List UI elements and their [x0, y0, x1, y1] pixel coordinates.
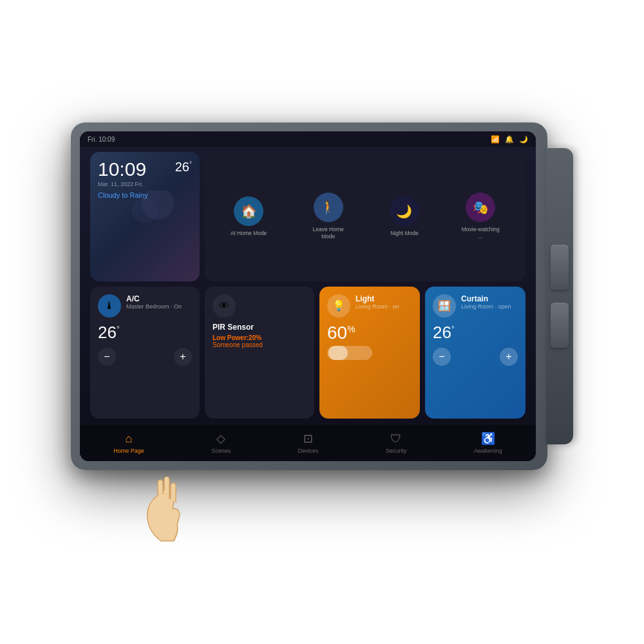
security-icon: 🛡: [390, 432, 402, 446]
side-button-top[interactable]: [551, 245, 569, 290]
pir-warning: Low Power:20%: [213, 334, 307, 341]
smart-panel-device: Fri. 10:09 📶 🔔 🌙 10:09 Mar. 11, 2022 Fri…: [71, 122, 573, 483]
scene-leave-home-icon: 🚶: [314, 193, 343, 222]
bottom-nav: ⌂ Home Page ◇ Scenes ⊡ Devices 🛡 Securit…: [80, 424, 536, 461]
pir-card-header: 👁: [213, 294, 307, 317]
side-button-bottom[interactable]: [551, 303, 569, 348]
weather-condition: Cloudy to Rainy: [98, 191, 192, 199]
pir-name: PIR Sensor: [213, 323, 307, 332]
ac-increase-button[interactable]: +: [174, 348, 192, 366]
pir-icon: 👁: [213, 294, 236, 317]
security-label: Security: [386, 448, 407, 454]
pir-status: Someone passed: [213, 341, 307, 348]
scene-night-icon: 🌙: [390, 196, 419, 226]
light-icon: 💡: [327, 294, 350, 317]
light-slider-thumb: [328, 346, 348, 360]
scene-night-label: Night Mode: [390, 230, 418, 237]
ac-decrease-button[interactable]: −: [98, 348, 116, 366]
curtain-info: Curtain Living Room · open: [461, 294, 511, 311]
scene-movie-label: Movie-watching ...: [461, 226, 500, 240]
home-label: Home Page: [113, 448, 144, 454]
ac-sub: Master Bedroom · On: [126, 303, 182, 311]
light-card-header: 💡 Light Living Room · on: [327, 294, 412, 317]
curtain-card-header: 🪟 Curtain Living Room · open: [433, 294, 518, 317]
scene-at-home-label: At Home Mode: [231, 230, 267, 237]
status-icons: 📶 🔔 🌙: [491, 135, 528, 144]
scene-at-home[interactable]: 🏠 At Home Mode: [231, 196, 267, 237]
curtain-sub: Living Room · open: [461, 303, 511, 311]
light-card[interactable]: 💡 Light Living Room · on 60%: [319, 287, 420, 419]
curtain-icon: 🪟: [433, 294, 456, 317]
device-body: Fri. 10:09 📶 🔔 🌙 10:09 Mar. 11, 2022 Fri…: [71, 122, 547, 470]
pir-card[interactable]: 👁 PIR Sensor Low Power:20% Someone passe…: [205, 287, 314, 419]
wifi-icon: 📶: [491, 135, 500, 144]
light-name: Light: [355, 294, 399, 303]
light-sub: Living Room · on: [355, 303, 399, 311]
devices-label: Devices: [298, 448, 319, 454]
nav-scenes[interactable]: ◇ Scenes: [205, 429, 237, 457]
ac-icon: 🌡: [98, 294, 121, 317]
ac-controls: − +: [98, 348, 192, 366]
scene-leave-home-label: Leave Home Mode: [309, 226, 348, 240]
weather-card: 10:09 Mar. 11, 2022 Fri. Cloudy to Rainy…: [90, 152, 200, 281]
side-panel: [546, 148, 573, 444]
bell-icon: 🔔: [505, 135, 514, 144]
ac-value: 26°: [98, 323, 192, 343]
ac-card[interactable]: 🌡 A/C Master Bedroom · On 26° −: [90, 287, 200, 419]
curtain-name: Curtain: [461, 294, 511, 303]
curtain-increase-button[interactable]: +: [500, 348, 518, 366]
curtain-controls: − +: [433, 348, 518, 366]
scene-night-mode[interactable]: 🌙 Night Mode: [390, 196, 419, 237]
awakening-icon: ♿: [481, 431, 495, 446]
ac-name: A/C: [126, 294, 182, 303]
main-content: 10:09 Mar. 11, 2022 Fri. Cloudy to Rainy…: [85, 147, 531, 424]
screen: Fri. 10:09 📶 🔔 🌙 10:09 Mar. 11, 2022 Fri…: [80, 131, 536, 461]
scenes-icon: ◇: [216, 431, 225, 446]
screen-bezel: Fri. 10:09 📶 🔔 🌙 10:09 Mar. 11, 2022 Fri…: [80, 131, 536, 461]
scene-movie[interactable]: 🎭 Movie-watching ...: [461, 193, 500, 240]
scenes-label: Scenes: [211, 448, 231, 454]
nav-devices[interactable]: ⊡ Devices: [292, 429, 325, 457]
devices-row: 🌡 A/C Master Bedroom · On 26° −: [90, 287, 526, 419]
ac-card-header: 🌡 A/C Master Bedroom · On: [98, 294, 192, 317]
weather-temperature: 26°: [175, 160, 192, 175]
scene-leave-home[interactable]: 🚶 Leave Home Mode: [309, 193, 348, 240]
light-slider[interactable]: [327, 346, 372, 360]
curtain-decrease-button[interactable]: −: [433, 348, 451, 366]
ac-info: A/C Master Bedroom · On: [126, 294, 182, 311]
moon-icon: 🌙: [519, 135, 528, 144]
status-bar: Fri. 10:09 📶 🔔 🌙: [80, 131, 536, 147]
scene-movie-icon: 🎭: [466, 193, 495, 222]
hand-pointer: [138, 477, 190, 554]
status-date: Fri. 10:09: [88, 136, 115, 143]
nav-home[interactable]: ⌂ Home Page: [107, 430, 151, 457]
scenes-card: 🏠 At Home Mode 🚶 Leave Home Mode 🌙 Night…: [205, 152, 526, 281]
nav-awakening[interactable]: ♿ Awakening: [468, 429, 509, 457]
curtain-card[interactable]: 🪟 Curtain Living Room · open 26° −: [425, 287, 526, 419]
nav-security[interactable]: 🛡 Security: [379, 430, 413, 457]
light-value: 60%: [327, 323, 412, 343]
light-info: Light Living Room · on: [355, 294, 399, 311]
awakening-label: Awakening: [474, 448, 502, 454]
home-icon: ⌂: [126, 432, 133, 446]
scene-at-home-icon: 🏠: [234, 196, 263, 226]
devices-icon: ⊡: [303, 431, 313, 446]
curtain-value: 26°: [433, 323, 518, 343]
weather-date: Mar. 11, 2022 Fri.: [98, 181, 192, 187]
